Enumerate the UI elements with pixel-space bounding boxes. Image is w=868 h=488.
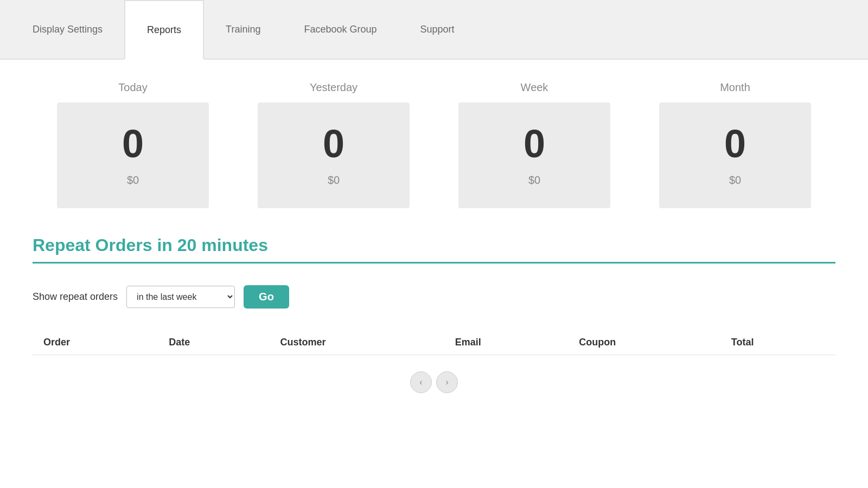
stat-yesterday-label: Yesterday bbox=[310, 81, 358, 94]
col-total: Total bbox=[720, 330, 835, 355]
filter-label: Show repeat orders bbox=[33, 291, 118, 303]
stat-today-label: Today bbox=[118, 81, 147, 94]
tab-support[interactable]: Support bbox=[399, 0, 476, 59]
stat-week-amount: $0 bbox=[528, 174, 540, 187]
stat-month-label: Month bbox=[720, 81, 750, 94]
col-customer: Customer bbox=[270, 330, 444, 355]
stat-month-amount: $0 bbox=[729, 174, 741, 187]
tab-reports[interactable]: Reports bbox=[124, 0, 204, 60]
stat-month-card: 0 $0 bbox=[659, 102, 811, 208]
main-content: Today 0 $0 Yesterday 0 $0 Week 0 $0 Mont… bbox=[0, 60, 868, 488]
tab-training[interactable]: Training bbox=[204, 0, 282, 59]
stat-month-count: 0 bbox=[724, 124, 746, 163]
prev-page-button[interactable]: ‹ bbox=[410, 371, 432, 393]
stats-row: Today 0 $0 Yesterday 0 $0 Week 0 $0 Mont… bbox=[33, 81, 835, 208]
stat-week-count: 0 bbox=[524, 124, 545, 163]
time-period-select[interactable]: in the last week in the last month in th… bbox=[126, 286, 235, 308]
col-order: Order bbox=[33, 330, 158, 355]
stat-yesterday-card: 0 $0 bbox=[258, 102, 410, 208]
stat-yesterday-amount: $0 bbox=[328, 174, 340, 187]
col-coupon: Coupon bbox=[568, 330, 720, 355]
stat-yesterday-count: 0 bbox=[323, 124, 344, 163]
tab-facebook-group[interactable]: Facebook Group bbox=[282, 0, 398, 59]
table-header-row: Order Date Customer Email Coupon Total bbox=[33, 330, 835, 355]
section-divider bbox=[33, 262, 835, 264]
col-date: Date bbox=[158, 330, 269, 355]
stat-today-amount: $0 bbox=[127, 174, 139, 187]
next-page-button[interactable]: › bbox=[436, 371, 458, 393]
col-email: Email bbox=[444, 330, 569, 355]
nav-bar: Display Settings Reports Training Facebo… bbox=[0, 0, 868, 60]
stat-today-count: 0 bbox=[122, 124, 144, 163]
table-header: Order Date Customer Email Coupon Total bbox=[33, 330, 835, 355]
section-title: Repeat Orders in 20 minutes bbox=[33, 235, 835, 255]
pagination: ‹ › bbox=[33, 371, 835, 393]
go-button[interactable]: Go bbox=[244, 285, 289, 309]
stat-today-wrapper: Today 0 $0 bbox=[57, 81, 209, 208]
stat-yesterday-wrapper: Yesterday 0 $0 bbox=[258, 81, 410, 208]
stat-week-label: Week bbox=[521, 81, 548, 94]
filter-row: Show repeat orders in the last week in t… bbox=[33, 285, 835, 309]
tab-display-settings[interactable]: Display Settings bbox=[11, 0, 124, 59]
stat-week-card: 0 $0 bbox=[458, 102, 610, 208]
stat-week-wrapper: Week 0 $0 bbox=[458, 81, 610, 208]
stat-month-wrapper: Month 0 $0 bbox=[659, 81, 811, 208]
repeat-orders-table: Order Date Customer Email Coupon Total bbox=[33, 330, 835, 355]
stat-today-card: 0 $0 bbox=[57, 102, 209, 208]
